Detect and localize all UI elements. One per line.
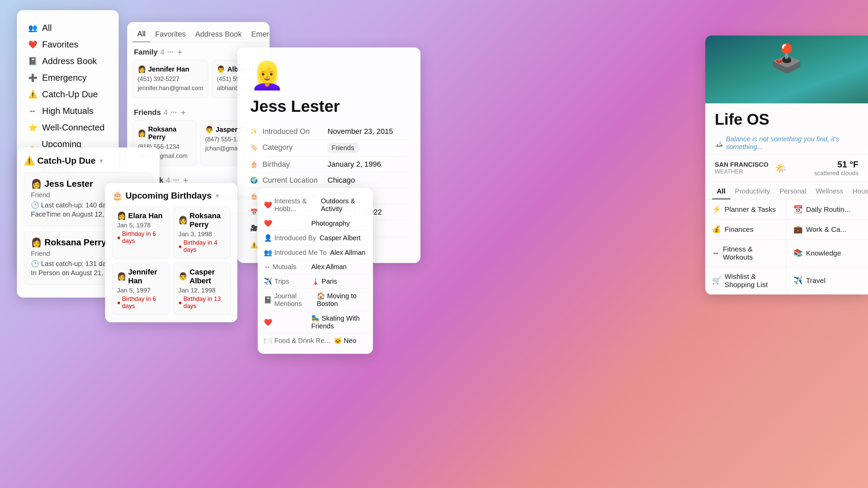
lifeos-item-planner-tasks[interactable]: ⚡ Planner & Tasks (705, 200, 787, 220)
birthdays-icon: 🎂 (112, 190, 123, 201)
interest-key: ❤️ (264, 318, 308, 326)
bd-date: Jan 5, 1978 (117, 222, 164, 229)
favorites-icon: ❤️ (28, 40, 37, 49)
lifeos-tabs: AllProductivityPersonalWellnessHouse (705, 182, 868, 200)
sidebar-item-label: All (42, 23, 52, 33)
lifeos-item-label: Wishlist & Shopping List (725, 272, 780, 289)
field-icon: 🎂 (250, 192, 258, 200)
sidebar-item-well-connected[interactable]: ⭐ Well-Connected (24, 119, 112, 136)
lifeos-tab-productivity[interactable]: Productivity (730, 185, 775, 199)
bd-name: Elara Han (128, 211, 163, 220)
sidebar-item-all[interactable]: 👥 All (24, 20, 112, 36)
birthdays-chevron[interactable]: ▾ (216, 192, 219, 200)
lifeos-item-finances[interactable]: 💰 Finances (705, 220, 787, 240)
birthday-card[interactable]: 👨 Casper Albert Jan 12, 1998 ● Birthday … (173, 263, 231, 315)
lifeos-tab-house[interactable]: House (848, 185, 868, 199)
birthdays-panel: 🎂 Upcoming Birthdays ▾ 👩 Elara Han Jan 5… (105, 183, 237, 322)
dot-icon: ● (178, 243, 182, 250)
contact-detail-field: 🌍 Current Location Chicago (250, 172, 408, 188)
interest-key: 📓 Journal Mentions (264, 292, 313, 308)
sidebar-item-emergency[interactable]: ➕ Emergency (24, 69, 112, 86)
ab-tab-emergency[interactable]: Emergency (246, 27, 270, 42)
emergency-icon: ➕ (28, 74, 37, 82)
weather-city: SAN FRANCISCO (715, 161, 768, 168)
weather-temp-section: 51 °F scattered clouds (814, 159, 859, 177)
birthday-card[interactable]: 👩 Roksana Perry Jan 3, 1998 ● Birthday i… (173, 206, 231, 259)
bd-days: ● Birthday in 13 days (178, 296, 225, 310)
interest-value: Photography (311, 220, 350, 227)
interest-icon: ❤️ (264, 219, 272, 227)
ab-tab-address-book[interactable]: Address Book (191, 27, 246, 42)
ab-tab-favorites[interactable]: Favorites (150, 27, 190, 42)
contact-detail-field: 🏷️ Category Friends (250, 140, 408, 157)
lifeos-item-label: Travel (806, 277, 826, 285)
birthday-card[interactable]: 👩 Jennifer Han Jan 5, 1997 ● Birthday in… (112, 263, 169, 315)
field-value: January 2, 1996 (328, 160, 381, 169)
section-count: 4 (160, 48, 164, 57)
sidebar-item-address-book[interactable]: 📓 Address Book (24, 53, 112, 69)
catchup-chevron[interactable]: ▾ (100, 157, 103, 165)
lifeos-tab-wellness[interactable]: Wellness (811, 185, 848, 199)
section-count: 4 (163, 108, 167, 117)
clock-icon: 🕐 (31, 260, 39, 268)
lifeos-tab-personal[interactable]: Personal (775, 185, 811, 199)
contact-phone: (451) 392-5227 (138, 75, 203, 84)
bd-days: ● Birthday in 4 days (178, 239, 225, 253)
interest-icon: ❤️ (264, 318, 272, 326)
field-key: Current Location (262, 176, 323, 185)
cu-avatar: 👩 (31, 179, 42, 189)
lifeos-item-work-ca...[interactable]: 💼 Work & Ca... (787, 220, 868, 240)
birthday-card[interactable]: 👩 Elara Han Jan 5, 1978 ● Birthday in 6 … (112, 206, 169, 259)
sidebar-item-favorites[interactable]: ❤️ Favorites (24, 36, 112, 53)
dot-icon: ● (117, 234, 121, 241)
field-icon: 🏷️ (250, 144, 258, 151)
ab-tabs: AllFavoritesAddress BookEmergencyCatch-U… (127, 22, 270, 42)
all-icon: 👥 (28, 24, 37, 33)
lifeos-tab-all[interactable]: All (712, 185, 730, 199)
ab-tab-all[interactable]: All (133, 27, 150, 42)
lifeos-item-icon: ⚡ (712, 205, 721, 214)
birthdays-grid: 👩 Elara Han Jan 5, 1978 ● Birthday in 6 … (112, 206, 231, 315)
lifeos-item-icon: ↔️ (712, 249, 719, 258)
sidebar-item-catchup-due[interactable]: ⚠️ Catch-Up Due (24, 86, 112, 103)
joystick-icon: 🕹️ (770, 42, 804, 74)
interest-key: 🍽️ Food & Drink Re... (264, 337, 330, 345)
interest-icon: 👥 (264, 248, 272, 257)
lifeos-item-wishlist-shopping-list[interactable]: 🛒 Wishlist & Shopping List (705, 267, 787, 294)
lifeos-item-travel[interactable]: ✈️ Travel (787, 267, 868, 294)
dot-icon: ● (117, 299, 121, 306)
sidebar-item-label: Emergency (42, 73, 87, 83)
section-add[interactable]: ＋ (179, 107, 187, 118)
lifeos-item-fitness-workouts[interactable]: ↔️ Fitness & Workouts (705, 240, 787, 267)
bd-date: Jan 5, 1997 (117, 287, 164, 294)
interest-row: 📓 Journal Mentions 🏠 Moving to Boston (264, 289, 367, 311)
lifeos-item-label: Knowledge (806, 249, 841, 257)
lifeos-item-label: Fitness & Workouts (723, 245, 780, 261)
weather-location: SAN FRANCISCO WEATHER (715, 161, 768, 175)
weather-icon: 🌤️ (775, 163, 787, 174)
interest-icon: ❤️ (264, 201, 272, 209)
section-add[interactable]: ＋ (176, 47, 183, 57)
lifeos-item-knowledge[interactable]: 📚 Knowledge (787, 240, 868, 267)
section-more[interactable]: ··· (167, 48, 173, 57)
field-key: Birthday (262, 160, 323, 169)
interest-key: ✈️ Trips (264, 277, 308, 285)
interest-key: ❤️ Interests & Hobb... (264, 197, 317, 213)
bd-avatar: 👨 (178, 272, 188, 281)
field-icon: 🌍 (250, 177, 258, 184)
field-icon: ⚠️ (250, 241, 258, 249)
interest-value: Outdoors & Activity (321, 197, 367, 213)
lifeos-item-icon: 💼 (793, 225, 803, 234)
interest-value: 🏠 Moving to Boston (317, 292, 367, 308)
section-more[interactable]: ··· (171, 108, 177, 117)
address-book-icon: 📓 (28, 57, 37, 66)
lifeos-item-label: Work & Ca... (806, 225, 846, 233)
dot-icon: ● (178, 299, 182, 306)
birthdays-title: Upcoming Birthdays (125, 190, 212, 201)
contact-card[interactable]: 👩 Jennifer Han (451) 392-5227 jennifer.h… (133, 60, 208, 98)
weather-temp: 51 °F (814, 159, 859, 170)
contact-avatar: 👨 (205, 125, 214, 134)
lifeos-item-daily-routin...[interactable]: 📆 Daily Routin... (787, 200, 868, 220)
bd-avatar: 👩 (117, 211, 126, 220)
sidebar-item-high-mutuals[interactable]: ↔️ High Mutuals (24, 103, 112, 119)
